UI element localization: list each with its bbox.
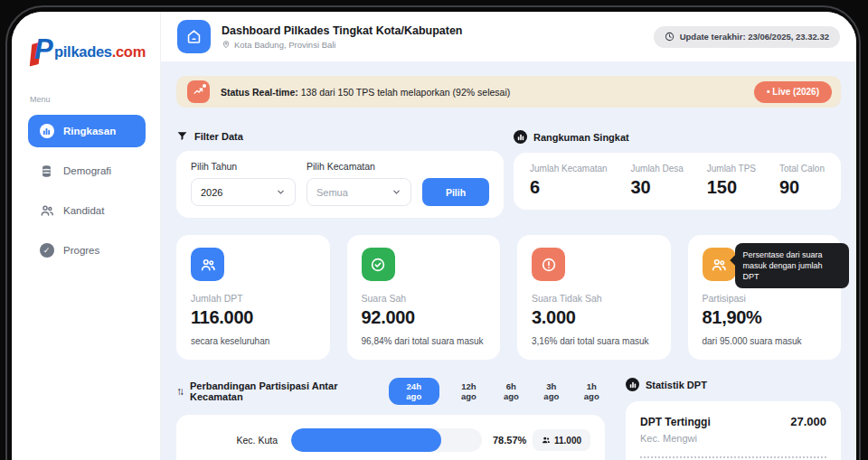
dpt-stats-card: DPT Tertinggi 27.000 Kec. Mengwi <box>626 401 841 460</box>
year-label: Pilih Tahun <box>191 161 296 172</box>
stat-card-value: 92.000 <box>362 307 486 328</box>
year-value: 2026 <box>201 187 222 198</box>
summary-item-value: 6 <box>530 177 608 198</box>
dashboard-content: Status Real-time: 138 dari 150 TPS telah… <box>161 61 856 460</box>
header-titles: Dashboard Pilkades Tingkat Kota/Kabupate… <box>222 24 463 50</box>
district-value: Semua <box>316 187 348 198</box>
summary-item: Jumlah TPS 150 <box>707 164 756 198</box>
status-text: Status Real-time: 138 dari 150 TPS telah… <box>221 87 510 98</box>
status-banner: Status Real-time: 138 dari 150 TPS telah… <box>176 76 841 108</box>
clock-icon <box>665 32 675 42</box>
comparison-card: Kec. Kuta 78.57% 11.000 Kec. Kuta Selata… <box>176 415 605 460</box>
summary-section: Rangkuman Singkat Jumlah Kecamatan 6 Jum… <box>514 130 841 218</box>
stat-card-suara-sah: Suara Sah 92.000 96,84% dari total suara… <box>347 235 501 360</box>
sidebar-item-label: Ringkasan <box>63 126 116 136</box>
logo-text: pilkades.com <box>54 43 146 61</box>
time-filter-pills: 24h ago 12h ago 6h ago 3h ago 1h ago <box>389 378 606 405</box>
logo-name: pilkades <box>54 43 112 60</box>
users-icon <box>39 203 54 219</box>
dpt-stats-section: Statistik DPT DPT Tertinggi 27.000 Kec. … <box>626 378 841 460</box>
stat-card-label: Jumlah DPT <box>191 293 316 304</box>
participation-tooltip: Persentase dari suara masuk dengan jumla… <box>735 243 849 288</box>
dotted-divider <box>640 456 826 458</box>
bar-chart-icon <box>514 130 527 144</box>
stat-card-value: 3.000 <box>532 307 656 328</box>
bar-row-kuta: Kec. Kuta 78.57% 11.000 <box>191 428 590 452</box>
filter-card: Pilih Tahun 2026 Pilih Kecamatan Semua <box>176 151 504 218</box>
menu-section-label: Menu <box>30 95 146 104</box>
last-update-badge: Update terakhir: 23/06/2025, 23.32.32 <box>654 26 840 48</box>
comparison-heading: Perbandingan Partisipasi Antar Kecamatan <box>190 380 389 402</box>
bar-chart-icon <box>39 124 54 139</box>
stat-card-partisipasi: Persentase dari suara masuk dengan jumla… <box>688 235 842 360</box>
stat-card-value: 81,90% <box>703 307 827 328</box>
filter-funnel-icon <box>176 130 188 142</box>
stat-card-caption: dari 95.000 suara masuk <box>703 336 827 346</box>
check-circle-icon <box>362 248 395 281</box>
page-title: Dashboard Pilkades Tingkat Kota/Kabupate… <box>222 24 463 37</box>
dpt-stat-label: DPT Tertinggi <box>640 416 711 428</box>
app-logo: P pilkades.com <box>28 35 146 68</box>
location-text: Kota Badung, Provinsi Bali <box>234 40 335 50</box>
summary-item: Jumlah Desa 30 <box>631 164 684 198</box>
chevron-down-icon <box>392 187 401 197</box>
database-icon <box>39 164 54 179</box>
sidebar-item-demografi[interactable]: Demografi <box>28 155 146 187</box>
time-pill-24h[interactable]: 24h ago <box>389 378 440 405</box>
time-pill-3h[interactable]: 3h ago <box>538 381 564 401</box>
time-pill-1h[interactable]: 1h ago <box>579 381 605 401</box>
stat-card-label: Suara Tidak Sah <box>532 293 656 304</box>
sidebar-item-kandidat[interactable]: Kandidat <box>28 194 146 227</box>
time-pill-6h[interactable]: 6h ago <box>498 381 524 401</box>
sidebar-item-label: Progres <box>63 245 99 256</box>
check-circle-icon: ✓ <box>39 243 54 258</box>
summary-item-label: Jumlah Desa <box>631 164 684 174</box>
stat-card-suara-tidak-sah: Suara Tidak Sah 3.000 3,16% dari total s… <box>517 235 671 360</box>
page-location: Kota Badung, Provinsi Bali <box>222 40 463 50</box>
dpt-stat-row: DPT Tertinggi 27.000 Kec. Mengwi <box>640 415 826 444</box>
main-area: Dashboard Pilkades Tingkat Kota/Kabupate… <box>161 12 856 460</box>
dpt-stats-heading: Statistik DPT <box>626 378 841 391</box>
alert-circle-icon <box>532 248 565 281</box>
page-header: Dashboard Pilkades Tingkat Kota/Kabupate… <box>161 12 856 61</box>
time-pill-12h[interactable]: 12h ago <box>453 381 485 401</box>
comparison-section: ↑↓ Perbandingan Partisipasi Antar Kecama… <box>176 378 605 460</box>
bar-label: Kec. Kuta <box>191 435 278 446</box>
app-window: P pilkades.com Menu Ringkasan Demografi <box>12 12 856 460</box>
status-text-rest: 138 dari 150 TPS telah melaporkan (92% s… <box>298 87 510 98</box>
stat-card-label: Partisipasi <box>703 293 827 304</box>
dpt-stat-value: 27.000 <box>790 415 826 428</box>
live-badge[interactable]: • Live (2026) <box>754 81 832 103</box>
filter-heading-text: Filter Data <box>194 131 243 142</box>
sidebar-item-progres[interactable]: ✓ Progres <box>28 234 146 267</box>
district-select[interactable]: Semua <box>307 178 411 206</box>
summary-card: Jumlah Kecamatan 6 Jumlah Desa 30 Jumlah… <box>514 153 841 210</box>
location-pin-icon <box>222 40 231 49</box>
filter-section: Filter Data Pilih Tahun 2026 Pilih Kecam… <box>176 130 504 218</box>
stat-card-caption: 96,84% dari total suara masuk <box>362 336 486 346</box>
year-filter-group: Pilih Tahun 2026 <box>191 161 296 206</box>
sidebar-item-label: Kandidat <box>63 205 104 216</box>
bar-fill <box>291 428 441 452</box>
bar-track <box>291 428 482 452</box>
voters-badge: 11.000 <box>533 429 590 451</box>
bar-percentage: 78.57% <box>493 435 533 446</box>
status-text-bold: Status Real-time: <box>221 87 298 98</box>
voters-count: 11.000 <box>554 436 581 446</box>
summary-item-value: 90 <box>779 177 825 198</box>
summary-item-label: Jumlah TPS <box>707 164 756 174</box>
home-icon[interactable] <box>177 20 211 53</box>
last-update-text: Update terakhir: 23/06/2025, 23.32.32 <box>680 32 829 42</box>
filter-heading: Filter Data <box>176 130 504 142</box>
year-select[interactable]: 2026 <box>191 178 296 206</box>
sidebar-item-ringkasan[interactable]: Ringkasan <box>28 115 146 147</box>
logo-tld: .com <box>112 43 146 60</box>
summary-heading-text: Rangkuman Singkat <box>533 132 629 143</box>
apply-filter-button[interactable]: Pilih <box>422 178 489 206</box>
summary-item-value: 30 <box>631 177 684 198</box>
summary-item-value: 150 <box>707 177 756 198</box>
summary-item: Jumlah Kecamatan 6 <box>530 164 608 198</box>
district-filter-group: Pilih Kecamatan Semua <box>307 161 411 206</box>
dpt-stat-sublabel: Kec. Mengwi <box>640 433 826 444</box>
users-icon <box>542 436 551 445</box>
